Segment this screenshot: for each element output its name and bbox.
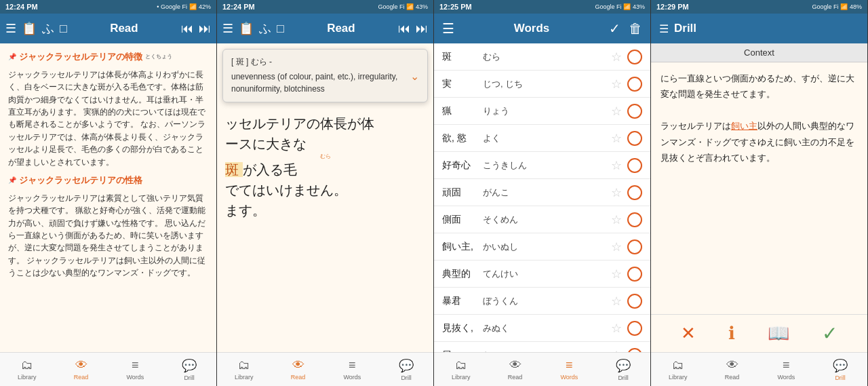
furigana-icon-1[interactable]: ふ [42, 20, 54, 37]
circle-btn-4[interactable] [627, 158, 642, 173]
circle-btn-10[interactable] [627, 321, 642, 336]
circle-btn-7[interactable] [627, 239, 642, 254]
tab-read-2[interactable]: 👁 Read [271, 353, 326, 386]
word-reading-3: よく [483, 132, 611, 144]
popup-definition[interactable]: [ 斑 ] むら - unevenness (of colour, paint,… [222, 49, 428, 102]
word-kanji-5: 頑固 [442, 187, 483, 199]
hamburger-icon-1[interactable]: ☰ [5, 21, 16, 36]
furigana-icon-2[interactable]: ふ [259, 20, 271, 37]
drill-icon-2: 💬 [399, 358, 414, 373]
info-button[interactable]: ℹ [728, 323, 735, 344]
table-row: 飼い主, かいぬし ☆ [434, 233, 650, 260]
words-icon-1: ≡ [132, 358, 139, 372]
hamburger-icon-2[interactable]: ☰ [222, 21, 233, 36]
star-icon-8[interactable]: ☆ [611, 267, 622, 282]
word-kanji-2: 猟 [442, 105, 483, 117]
tab-label-read-2: Read [291, 374, 306, 381]
tab-read-3[interactable]: 👁 Read [488, 353, 542, 386]
star-icon-11[interactable]: ☆ [611, 348, 622, 353]
large-text-line4: ます。 [225, 200, 425, 220]
tab-bar-4: 🗂 Library 👁 Read ≡ Words 💬 Drill [651, 352, 867, 386]
circle-btn-11[interactable] [627, 348, 642, 353]
tab-read-1[interactable]: 👁 Read [54, 353, 108, 386]
tab-read-4[interactable]: 👁 Read [705, 353, 760, 386]
tab-drill-4[interactable]: 💬 Drill [813, 353, 867, 386]
star-icon-5[interactable]: ☆ [611, 185, 622, 200]
layout-icon-2[interactable]: □ [277, 22, 284, 36]
time-2: 12:24 PM [222, 3, 255, 11]
next-icon-2[interactable]: ⏭ [416, 22, 428, 36]
table-row: 見抜く, みぬく ☆ [434, 315, 650, 342]
star-icon-2[interactable]: ☆ [611, 104, 622, 119]
checkmark-icon[interactable]: ✓ [609, 20, 620, 37]
confirm-button[interactable]: ✓ [822, 322, 837, 345]
chevron-down-icon[interactable]: ⌄ [410, 69, 419, 82]
tab-drill-1[interactable]: 💬 Drill [162, 353, 216, 386]
circle-btn-9[interactable] [627, 294, 642, 309]
star-icon-6[interactable]: ☆ [611, 212, 622, 227]
large-text-line1: ッセルテリアの体長が体 [225, 113, 425, 134]
panel-read-1: 12:24 PM • Google Fi 📶 42% ☰ 📋 ふ □ Read … [0, 0, 217, 386]
clipboard-icon-2[interactable]: 📋 [239, 21, 254, 36]
tab-label-drill-3: Drill [618, 374, 629, 381]
nav-bar-3: ☰ Words ✓ 🗑 [434, 14, 650, 43]
tab-words-2[interactable]: ≡ Words [326, 353, 380, 386]
tab-library-3[interactable]: 🗂 Library [434, 353, 488, 386]
book-button[interactable]: 📖 [768, 323, 789, 344]
library-icon-4: 🗂 [672, 358, 684, 372]
section-body-1: ジャックラッセルテリアは体長が体高よりわずかに長く、白をベースに大きな斑が入る毛… [8, 69, 208, 168]
prev-icon-2[interactable]: ⏮ [398, 22, 410, 36]
dismiss-button[interactable]: ✕ [681, 323, 696, 344]
circle-btn-5[interactable] [627, 185, 642, 200]
section-header-1: ジャックラッセルテリアの特徴 とくちょう [8, 50, 208, 64]
star-icon-4[interactable]: ☆ [611, 158, 622, 173]
drill-action-bar: ✕ ℹ 📖 ✓ [651, 314, 867, 352]
star-icon-3[interactable]: ☆ [611, 131, 622, 146]
tab-label-read-1: Read [74, 374, 89, 381]
star-icon-9[interactable]: ☆ [611, 294, 622, 309]
tab-drill-2[interactable]: 💬 Drill [379, 353, 433, 386]
tab-drill-3[interactable]: 💬 Drill [596, 353, 650, 386]
circle-btn-1[interactable] [627, 77, 642, 92]
tab-label-library-3: Library [452, 374, 471, 381]
tab-library-2[interactable]: 🗂 Library [217, 353, 271, 386]
star-icon-10[interactable]: ☆ [611, 321, 622, 336]
hamburger-icon-4[interactable]: ☰ [659, 22, 669, 35]
circle-btn-0[interactable] [627, 50, 642, 64]
read-icon-2: 👁 [292, 358, 304, 372]
section-header-2: ジャックラッセルテリアの性格 [8, 174, 208, 188]
hamburger-icon-3[interactable]: ☰ [442, 20, 454, 37]
words-icon-2: ≡ [349, 358, 356, 372]
prev-icon-1[interactable]: ⏮ [181, 22, 193, 36]
tab-library-1[interactable]: 🗂 Library [0, 353, 54, 386]
trash-icon[interactable]: 🗑 [629, 21, 642, 37]
word-kanji-10: 見抜く, [442, 322, 483, 334]
word-reading-4: こうきしん [483, 159, 611, 172]
tab-words-4[interactable]: ≡ Words [760, 353, 814, 386]
star-icon-7[interactable]: ☆ [611, 239, 622, 254]
read-text-1[interactable]: ジャックラッセルテリアの特徴 とくちょう ジャックラッセルテリアは体長が体高より… [0, 43, 216, 352]
circle-btn-3[interactable] [627, 131, 642, 146]
next-icon-1[interactable]: ⏭ [199, 22, 211, 36]
tab-words-1[interactable]: ≡ Words [108, 353, 163, 386]
word-kanji-1: 実 [442, 78, 483, 90]
clipboard-icon-1[interactable]: 📋 [22, 21, 37, 36]
circle-btn-2[interactable] [627, 104, 642, 119]
layout-icon-1[interactable]: □ [60, 22, 67, 36]
star-icon-0[interactable]: ☆ [611, 50, 622, 64]
read-content-1: ジャックラッセルテリアの特徴 とくちょう ジャックラッセルテリアは体長が体高より… [0, 43, 216, 352]
word-reading-5: がんこ [483, 187, 611, 199]
tab-library-4[interactable]: 🗂 Library [651, 353, 705, 386]
panel2-main: [ 斑 ] むら - unevenness (of colour, paint,… [217, 43, 433, 352]
word-kanji-4: 好奇心 [442, 159, 483, 172]
status-bar-4: 12:29 PM Google Fi 📶 48% [651, 0, 867, 14]
large-reader-text[interactable]: ッセルテリアの体長が体 ースに大きな むら斑 が入る毛 でてはいけません。 ます… [217, 108, 433, 226]
circle-btn-8[interactable] [627, 267, 642, 282]
tab-words-3[interactable]: ≡ Words [542, 353, 597, 386]
word-reading-2: りょう [483, 105, 611, 117]
star-icon-1[interactable]: ☆ [611, 77, 622, 92]
table-row: 尾 お ☆ [434, 342, 650, 352]
circle-btn-6[interactable] [627, 212, 642, 227]
nav-title-1: Read [73, 22, 176, 35]
word-kanji-11: 尾 [442, 349, 483, 353]
